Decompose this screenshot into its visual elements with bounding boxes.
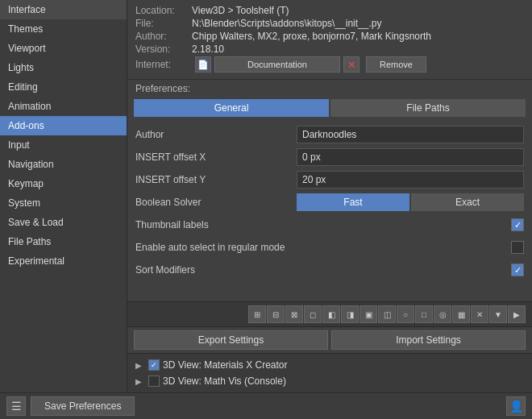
boolean-solver-buttons: Fast Exact <box>297 193 524 211</box>
thumbnail-labels-checkbox-area <box>297 218 524 231</box>
sort-modifiers-label: Sort Modifiers <box>135 264 297 276</box>
file-value: N:\Blender\Scripts\addons\kitops\__init_… <box>192 18 381 29</box>
sort-modifiers-checkbox-area <box>297 263 524 276</box>
author-field-label: Author <box>135 129 297 140</box>
boolean-solver-fast-button[interactable]: Fast <box>297 193 409 211</box>
thumbnail-labels-checkbox[interactable] <box>511 218 524 231</box>
save-preferences-button[interactable]: Save Preferences <box>31 396 135 416</box>
sidebar-item-input[interactable]: Input <box>0 135 127 155</box>
thumbnail-labels-label: Thumbnail labels <box>135 219 297 230</box>
close-internet-button[interactable]: ✕ <box>343 56 360 73</box>
sidebar-item-lights[interactable]: Lights <box>0 58 127 77</box>
hamburger-menu-button[interactable]: ☰ <box>6 396 26 416</box>
toolbar-arrow-down[interactable]: ▼ <box>489 305 507 323</box>
addon-list-section: ▶ 3D View: Materials X Creator ▶ 3D View… <box>127 353 532 392</box>
tab-general[interactable]: General <box>134 99 329 117</box>
sidebar-item-themes[interactable]: Themes <box>0 19 127 39</box>
location-value: View3D > Toolshelf (T) <box>192 5 289 16</box>
sidebar-item-animation[interactable]: Animation <box>0 97 127 116</box>
sidebar-item-interface[interactable]: Interface <box>0 0 127 19</box>
documentation-button[interactable]: Documentation <box>214 56 340 73</box>
auto-select-label: Enable auto select in regular mode <box>135 242 297 253</box>
sort-modifiers-row: Sort Modifiers <box>135 260 524 280</box>
toolbar-icon-9[interactable]: ○ <box>397 305 414 323</box>
toolbar-icon-2[interactable]: ⊟ <box>267 305 285 323</box>
toolbar-icon-10[interactable]: □ <box>415 305 433 323</box>
addon-info-section: Location: View3D > Toolshelf (T) File: N… <box>127 0 532 80</box>
tab-file-paths[interactable]: File Paths <box>330 99 526 117</box>
insert-offset-x-row: INSERT offset X <box>135 147 524 167</box>
import-settings-button[interactable]: Import Settings <box>331 330 526 350</box>
boolean-solver-label: Boolean Solver <box>135 197 297 208</box>
addon-label-math-vis: 3D View: Math Vis (Console) <box>163 375 286 387</box>
toolbar-icon-12[interactable]: ▦ <box>452 305 470 323</box>
insert-offset-y-label: INSERT offset Y <box>135 174 297 185</box>
author-value: Chipp Walters, MX2, proxe, bonjorno7, Ma… <box>192 31 431 42</box>
internet-icon: 📄 <box>195 56 211 73</box>
main-content: Location: View3D > Toolshelf (T) File: N… <box>127 0 532 392</box>
insert-offset-y-row: INSERT offset Y <box>135 170 524 189</box>
addon-checkbox-materials-x[interactable] <box>148 359 160 371</box>
author-input[interactable] <box>297 126 524 143</box>
author-label: Author: <box>135 31 192 42</box>
sidebar-item-viewport[interactable]: Viewport <box>0 39 127 58</box>
sidebar: Interface Themes Viewport Lights Editing… <box>0 0 127 392</box>
addon-label-materials-x: 3D View: Materials X Creator <box>163 359 288 371</box>
toolbar-icon-1[interactable]: ⊞ <box>248 305 266 323</box>
sort-modifiers-checkbox[interactable] <box>511 263 524 276</box>
version-value: 2.18.10 <box>192 44 224 55</box>
remove-button[interactable]: Remove <box>366 56 426 73</box>
author-row: Author <box>135 125 524 144</box>
preferences-content: Author INSERT offset X INSERT offset Y B… <box>127 120 532 301</box>
toolbar-arrow-right[interactable]: ▶ <box>508 305 526 323</box>
location-label: Location: <box>135 5 192 16</box>
toolbar-icon-4[interactable]: ◻ <box>304 305 322 323</box>
sidebar-item-editing[interactable]: Editing <box>0 77 127 97</box>
sidebar-item-file-paths[interactable]: File Paths <box>0 232 127 251</box>
addon-arrow-1: ▶ <box>135 361 145 370</box>
insert-offset-y-input[interactable] <box>297 171 524 189</box>
file-label: File: <box>135 18 192 29</box>
sidebar-item-system[interactable]: System <box>0 193 127 213</box>
sidebar-item-save-load[interactable]: Save & Load <box>0 213 127 232</box>
user-icon-button[interactable]: 👤 <box>506 396 526 416</box>
insert-offset-x-label: INSERT offset X <box>135 151 297 163</box>
export-settings-button[interactable]: Export Settings <box>134 330 328 350</box>
toolbar-icon-5[interactable]: ◧ <box>322 305 340 323</box>
toolbar-icon-3[interactable]: ⊠ <box>285 305 303 323</box>
insert-offset-x-input[interactable] <box>297 148 524 166</box>
bottom-bar: ☰ Save Preferences 👤 <box>0 392 532 419</box>
internet-label: Internet: <box>135 59 192 70</box>
toolbar-icons-row: ⊞ ⊟ ⊠ ◻ ◧ ◨ ▣ ◫ ○ □ ◎ ▦ ✕ ▼ ▶ <box>127 301 532 327</box>
auto-select-checkbox[interactable] <box>511 241 524 254</box>
sidebar-item-addons[interactable]: Add-ons <box>0 116 127 135</box>
toolbar-icon-6[interactable]: ◨ <box>341 305 359 323</box>
toolbar-icon-7[interactable]: ▣ <box>360 305 377 323</box>
boolean-solver-row: Boolean Solver Fast Exact <box>135 193 524 212</box>
addon-row-materials-x[interactable]: ▶ 3D View: Materials X Creator <box>132 357 527 373</box>
boolean-solver-exact-button[interactable]: Exact <box>411 193 524 211</box>
sidebar-item-navigation[interactable]: Navigation <box>0 155 127 174</box>
sidebar-item-keymap[interactable]: Keymap <box>0 174 127 193</box>
export-import-row: Export Settings Import Settings <box>134 330 526 350</box>
preferences-label: Preferences: <box>127 80 532 96</box>
preferences-tabs: General File Paths <box>134 99 526 117</box>
toolbar-icon-8[interactable]: ◫ <box>378 305 396 323</box>
addon-arrow-2: ▶ <box>135 377 145 386</box>
version-label: Version: <box>135 44 192 55</box>
auto-select-checkbox-area <box>297 241 524 254</box>
toolbar-icon-11[interactable]: ◎ <box>434 305 451 323</box>
sidebar-item-experimental[interactable]: Experimental <box>0 251 127 271</box>
auto-select-row: Enable auto select in regular mode <box>135 238 524 257</box>
addon-checkbox-math-vis[interactable] <box>148 375 160 387</box>
thumbnail-labels-row: Thumbnail labels <box>135 215 524 234</box>
addon-row-math-vis[interactable]: ▶ 3D View: Math Vis (Console) <box>132 373 527 389</box>
toolbar-icon-13[interactable]: ✕ <box>471 305 488 323</box>
